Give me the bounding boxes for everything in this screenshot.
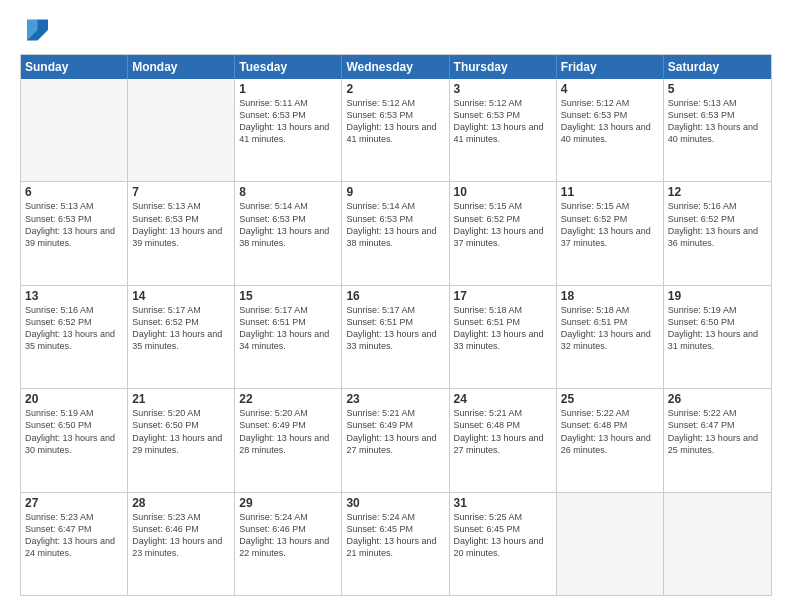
day-number: 24: [454, 392, 552, 406]
cal-cell: 20Sunrise: 5:19 AM Sunset: 6:50 PM Dayli…: [21, 389, 128, 491]
cell-info: Sunrise: 5:21 AM Sunset: 6:49 PM Dayligh…: [346, 407, 444, 456]
day-number: 8: [239, 185, 337, 199]
header-day-wednesday: Wednesday: [342, 55, 449, 79]
day-number: 23: [346, 392, 444, 406]
week-row-4: 20Sunrise: 5:19 AM Sunset: 6:50 PM Dayli…: [21, 389, 771, 492]
logo-icon: [20, 16, 48, 44]
header-day-friday: Friday: [557, 55, 664, 79]
day-number: 2: [346, 82, 444, 96]
cal-cell: 8Sunrise: 5:14 AM Sunset: 6:53 PM Daylig…: [235, 182, 342, 284]
header-day-saturday: Saturday: [664, 55, 771, 79]
cal-cell: [21, 79, 128, 181]
day-number: 7: [132, 185, 230, 199]
header-day-monday: Monday: [128, 55, 235, 79]
cal-cell: 4Sunrise: 5:12 AM Sunset: 6:53 PM Daylig…: [557, 79, 664, 181]
cal-cell: 11Sunrise: 5:15 AM Sunset: 6:52 PM Dayli…: [557, 182, 664, 284]
cell-info: Sunrise: 5:12 AM Sunset: 6:53 PM Dayligh…: [454, 97, 552, 146]
cell-info: Sunrise: 5:25 AM Sunset: 6:45 PM Dayligh…: [454, 511, 552, 560]
cell-info: Sunrise: 5:13 AM Sunset: 6:53 PM Dayligh…: [132, 200, 230, 249]
day-number: 25: [561, 392, 659, 406]
cal-cell: 13Sunrise: 5:16 AM Sunset: 6:52 PM Dayli…: [21, 286, 128, 388]
week-row-5: 27Sunrise: 5:23 AM Sunset: 6:47 PM Dayli…: [21, 493, 771, 595]
header: [20, 16, 772, 44]
cell-info: Sunrise: 5:22 AM Sunset: 6:47 PM Dayligh…: [668, 407, 767, 456]
cal-cell: [664, 493, 771, 595]
day-number: 28: [132, 496, 230, 510]
cell-info: Sunrise: 5:16 AM Sunset: 6:52 PM Dayligh…: [668, 200, 767, 249]
cal-cell: 16Sunrise: 5:17 AM Sunset: 6:51 PM Dayli…: [342, 286, 449, 388]
cal-cell: 15Sunrise: 5:17 AM Sunset: 6:51 PM Dayli…: [235, 286, 342, 388]
week-row-1: 1Sunrise: 5:11 AM Sunset: 6:53 PM Daylig…: [21, 79, 771, 182]
day-number: 26: [668, 392, 767, 406]
day-number: 4: [561, 82, 659, 96]
day-number: 21: [132, 392, 230, 406]
day-number: 1: [239, 82, 337, 96]
cell-info: Sunrise: 5:12 AM Sunset: 6:53 PM Dayligh…: [561, 97, 659, 146]
cell-info: Sunrise: 5:23 AM Sunset: 6:46 PM Dayligh…: [132, 511, 230, 560]
day-number: 17: [454, 289, 552, 303]
day-number: 18: [561, 289, 659, 303]
cell-info: Sunrise: 5:21 AM Sunset: 6:48 PM Dayligh…: [454, 407, 552, 456]
cell-info: Sunrise: 5:17 AM Sunset: 6:51 PM Dayligh…: [346, 304, 444, 353]
day-number: 29: [239, 496, 337, 510]
day-number: 20: [25, 392, 123, 406]
day-number: 6: [25, 185, 123, 199]
day-number: 16: [346, 289, 444, 303]
cell-info: Sunrise: 5:19 AM Sunset: 6:50 PM Dayligh…: [668, 304, 767, 353]
cal-cell: 5Sunrise: 5:13 AM Sunset: 6:53 PM Daylig…: [664, 79, 771, 181]
cell-info: Sunrise: 5:14 AM Sunset: 6:53 PM Dayligh…: [239, 200, 337, 249]
cell-info: Sunrise: 5:12 AM Sunset: 6:53 PM Dayligh…: [346, 97, 444, 146]
cal-cell: 31Sunrise: 5:25 AM Sunset: 6:45 PM Dayli…: [450, 493, 557, 595]
cal-cell: 2Sunrise: 5:12 AM Sunset: 6:53 PM Daylig…: [342, 79, 449, 181]
cell-info: Sunrise: 5:20 AM Sunset: 6:50 PM Dayligh…: [132, 407, 230, 456]
calendar: SundayMondayTuesdayWednesdayThursdayFrid…: [20, 54, 772, 596]
cal-cell: 14Sunrise: 5:17 AM Sunset: 6:52 PM Dayli…: [128, 286, 235, 388]
cell-info: Sunrise: 5:14 AM Sunset: 6:53 PM Dayligh…: [346, 200, 444, 249]
cal-cell: 10Sunrise: 5:15 AM Sunset: 6:52 PM Dayli…: [450, 182, 557, 284]
cal-cell: 21Sunrise: 5:20 AM Sunset: 6:50 PM Dayli…: [128, 389, 235, 491]
cell-info: Sunrise: 5:19 AM Sunset: 6:50 PM Dayligh…: [25, 407, 123, 456]
day-number: 11: [561, 185, 659, 199]
cal-cell: 23Sunrise: 5:21 AM Sunset: 6:49 PM Dayli…: [342, 389, 449, 491]
cell-info: Sunrise: 5:13 AM Sunset: 6:53 PM Dayligh…: [25, 200, 123, 249]
cal-cell: 19Sunrise: 5:19 AM Sunset: 6:50 PM Dayli…: [664, 286, 771, 388]
cal-cell: 18Sunrise: 5:18 AM Sunset: 6:51 PM Dayli…: [557, 286, 664, 388]
cell-info: Sunrise: 5:24 AM Sunset: 6:46 PM Dayligh…: [239, 511, 337, 560]
day-number: 19: [668, 289, 767, 303]
cell-info: Sunrise: 5:20 AM Sunset: 6:49 PM Dayligh…: [239, 407, 337, 456]
cal-cell: 9Sunrise: 5:14 AM Sunset: 6:53 PM Daylig…: [342, 182, 449, 284]
day-number: 14: [132, 289, 230, 303]
cell-info: Sunrise: 5:18 AM Sunset: 6:51 PM Dayligh…: [561, 304, 659, 353]
cell-info: Sunrise: 5:11 AM Sunset: 6:53 PM Dayligh…: [239, 97, 337, 146]
cal-cell: 25Sunrise: 5:22 AM Sunset: 6:48 PM Dayli…: [557, 389, 664, 491]
day-number: 9: [346, 185, 444, 199]
cell-info: Sunrise: 5:24 AM Sunset: 6:45 PM Dayligh…: [346, 511, 444, 560]
day-number: 13: [25, 289, 123, 303]
cal-cell: [557, 493, 664, 595]
cal-cell: 6Sunrise: 5:13 AM Sunset: 6:53 PM Daylig…: [21, 182, 128, 284]
cell-info: Sunrise: 5:13 AM Sunset: 6:53 PM Dayligh…: [668, 97, 767, 146]
header-day-thursday: Thursday: [450, 55, 557, 79]
cell-info: Sunrise: 5:18 AM Sunset: 6:51 PM Dayligh…: [454, 304, 552, 353]
cell-info: Sunrise: 5:15 AM Sunset: 6:52 PM Dayligh…: [561, 200, 659, 249]
cal-cell: [128, 79, 235, 181]
day-number: 5: [668, 82, 767, 96]
cal-cell: 26Sunrise: 5:22 AM Sunset: 6:47 PM Dayli…: [664, 389, 771, 491]
cell-info: Sunrise: 5:16 AM Sunset: 6:52 PM Dayligh…: [25, 304, 123, 353]
day-number: 30: [346, 496, 444, 510]
day-number: 22: [239, 392, 337, 406]
cal-cell: 7Sunrise: 5:13 AM Sunset: 6:53 PM Daylig…: [128, 182, 235, 284]
logo: [20, 16, 52, 44]
cal-cell: 30Sunrise: 5:24 AM Sunset: 6:45 PM Dayli…: [342, 493, 449, 595]
day-number: 12: [668, 185, 767, 199]
cal-cell: 12Sunrise: 5:16 AM Sunset: 6:52 PM Dayli…: [664, 182, 771, 284]
day-number: 27: [25, 496, 123, 510]
week-row-2: 6Sunrise: 5:13 AM Sunset: 6:53 PM Daylig…: [21, 182, 771, 285]
header-day-tuesday: Tuesday: [235, 55, 342, 79]
cell-info: Sunrise: 5:22 AM Sunset: 6:48 PM Dayligh…: [561, 407, 659, 456]
cal-cell: 29Sunrise: 5:24 AM Sunset: 6:46 PM Dayli…: [235, 493, 342, 595]
cell-info: Sunrise: 5:23 AM Sunset: 6:47 PM Dayligh…: [25, 511, 123, 560]
cal-cell: 1Sunrise: 5:11 AM Sunset: 6:53 PM Daylig…: [235, 79, 342, 181]
calendar-body: 1Sunrise: 5:11 AM Sunset: 6:53 PM Daylig…: [21, 79, 771, 595]
calendar-header: SundayMondayTuesdayWednesdayThursdayFrid…: [21, 55, 771, 79]
